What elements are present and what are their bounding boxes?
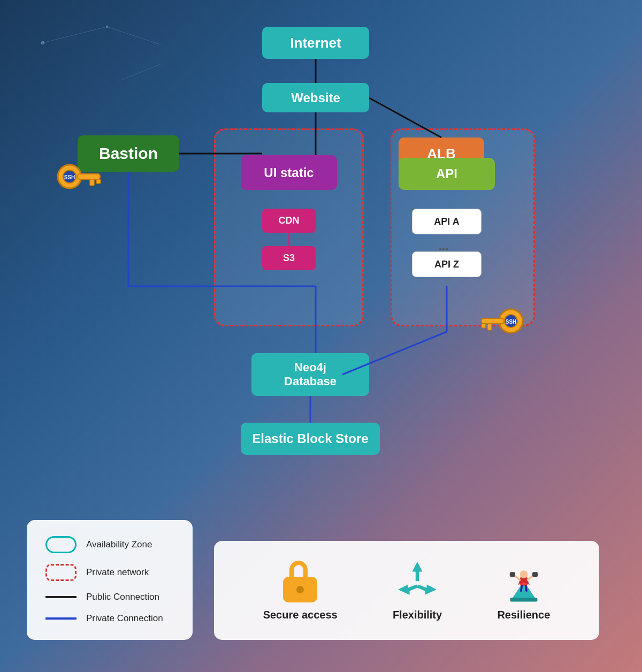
internet-node: Internet [262, 27, 369, 59]
svg-rect-69 [482, 318, 504, 324]
svg-rect-83 [510, 572, 515, 577]
cdn-label: CDN [279, 215, 300, 226]
resilience-label: Resilience [497, 609, 550, 621]
website-node: Website [262, 83, 369, 112]
ssh-key-right: SSH [479, 302, 527, 358]
svg-line-32 [80, 54, 160, 80]
svg-rect-84 [532, 572, 538, 577]
svg-marker-74 [398, 584, 418, 594]
neo4j-label: Neo4j Database [284, 361, 337, 389]
internet-label: Internet [290, 35, 341, 51]
flexibility-label: Flexibility [393, 609, 442, 621]
svg-line-30 [43, 27, 107, 43]
feature-resilience: Resilience [497, 560, 550, 621]
svg-rect-65 [96, 179, 101, 184]
features-box: Secure access Flexibility [214, 541, 599, 640]
legend-private-connection: Private Connection [45, 613, 174, 624]
blue-line-icon [45, 617, 77, 620]
svg-rect-77 [510, 598, 537, 601]
api-a-node: API A [412, 209, 482, 234]
svg-rect-71 [482, 324, 486, 328]
legend-availability-zone-label: Availability Zone [86, 539, 152, 550]
bastion-label: Bastion [99, 144, 158, 163]
dashed-icon [45, 564, 77, 581]
svg-rect-64 [90, 179, 94, 186]
neo4j-node: Neo4j Database [251, 353, 369, 396]
solid-line-icon [45, 596, 77, 598]
ssh-key-left: SSH [54, 158, 102, 213]
api-node: API [399, 158, 495, 190]
feature-secure-access: Secure access [263, 560, 338, 621]
legend-private-connection-label: Private Connection [86, 613, 163, 624]
s3-label: S3 [283, 253, 295, 264]
feature-flexibility: Flexibility [393, 560, 442, 621]
flexibility-icon [396, 560, 439, 602]
svg-rect-63 [78, 174, 100, 179]
ui-static-node: UI static [241, 155, 337, 190]
legend-availability-zone: Availability Zone [45, 536, 174, 553]
api-z-label: API Z [434, 259, 459, 270]
website-label: Website [291, 90, 340, 105]
svg-point-80 [520, 570, 528, 578]
svg-text:SSH: SSH [64, 174, 75, 180]
s3-node: S3 [262, 246, 316, 270]
legend-private-network: Private network [45, 564, 174, 581]
api-a-label: API A [434, 216, 459, 227]
lock-icon [281, 560, 319, 602]
secure-access-label: Secure access [263, 609, 338, 621]
api-z-node: API Z [412, 251, 482, 277]
network-background [0, 0, 160, 80]
svg-text:SSH: SSH [506, 319, 517, 325]
cdn-node: CDN [262, 209, 316, 233]
svg-line-86 [525, 586, 526, 591]
svg-marker-75 [416, 584, 437, 594]
legend-private-network-label: Private network [86, 567, 149, 578]
legend-public-connection-label: Public Connection [86, 592, 159, 602]
svg-line-85 [521, 586, 522, 591]
svg-marker-73 [412, 562, 422, 581]
legend-box: Availability Zone Private network Public… [27, 520, 193, 640]
ui-static-label: UI static [264, 165, 314, 180]
api-label: API [436, 166, 457, 181]
legend-public-connection: Public Connection [45, 592, 174, 602]
oval-icon [45, 536, 77, 553]
svg-rect-70 [487, 324, 492, 330]
ebs-node: Elastic Block Store [241, 423, 380, 455]
svg-line-31 [107, 27, 160, 54]
diagram-container: Internet Website Bastion ALB UI static C… [0, 0, 642, 672]
resilience-icon [502, 560, 545, 602]
ebs-label: Elastic Block Store [252, 431, 368, 446]
